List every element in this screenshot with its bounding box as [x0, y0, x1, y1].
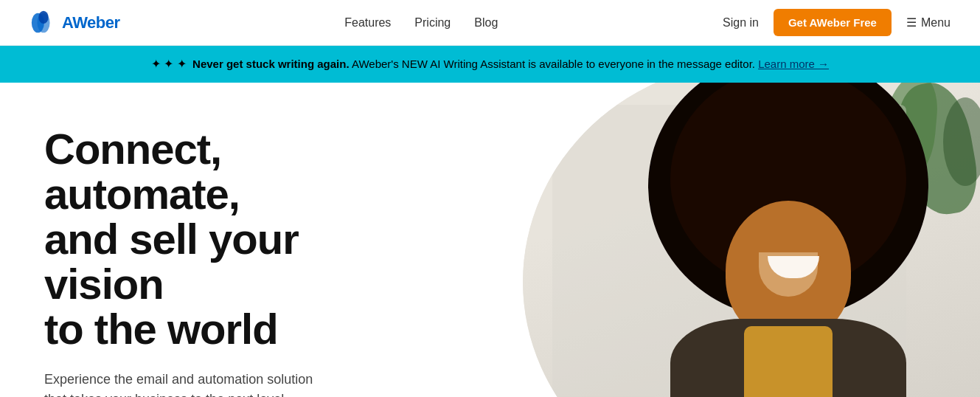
banner-bold-text: Never get stuck writing again. — [192, 58, 350, 70]
nav-blog[interactable]: Blog — [474, 16, 498, 30]
nav-links: Features Pricing Blog — [344, 16, 498, 30]
hero-section: Connect, automate, and sell your vision … — [0, 83, 980, 397]
nav-features[interactable]: Features — [344, 16, 391, 30]
hero-subtext: Experience the email and automation solu… — [44, 370, 383, 397]
svg-point-2 — [38, 10, 48, 23]
navbar: AWeber Features Pricing Blog Sign in Get… — [0, 0, 980, 46]
hamburger-icon: ☰ — [906, 15, 917, 30]
hero-circle-bg: New subscriber! — [523, 83, 980, 397]
logo-link[interactable]: AWeber — [29, 9, 120, 37]
nav-right: Sign in Get AWeber Free ☰ Menu — [723, 9, 951, 36]
signin-link[interactable]: Sign in — [723, 16, 759, 30]
menu-button[interactable]: ☰ Menu — [906, 15, 951, 30]
hero-headline: Connect, automate, and sell your vision … — [44, 127, 428, 351]
aweber-logo-icon — [29, 9, 58, 37]
hero-person — [611, 83, 965, 397]
announcement-banner: ✦ ✦ ✦ Never get stuck writing again. AWe… — [0, 46, 980, 83]
stars-icons: ✦ ✦ ✦ — [151, 58, 187, 70]
logo-text: AWeber — [62, 13, 120, 32]
banner-body-text: AWeber's NEW AI Writing Assistant is ava… — [352, 58, 758, 70]
learn-more-link[interactable]: Learn more → — [758, 58, 829, 70]
hero-left: Connect, automate, and sell your vision … — [0, 83, 428, 397]
get-aweber-free-button[interactable]: Get AWeber Free — [774, 9, 892, 36]
nav-pricing[interactable]: Pricing — [414, 16, 451, 30]
hero-right: New subscriber! — [493, 83, 980, 397]
